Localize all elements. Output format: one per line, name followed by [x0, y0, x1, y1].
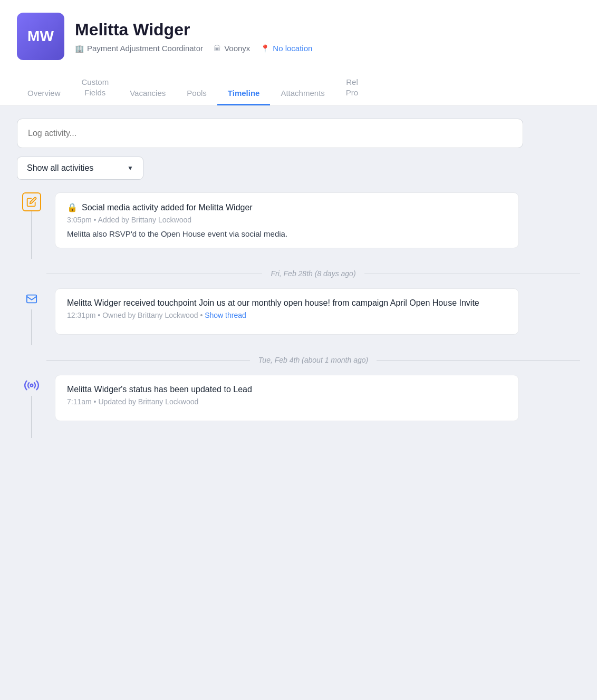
vertical-line-1: [31, 211, 32, 259]
timeline-left-3: [17, 375, 46, 438]
timeline-left-1: [17, 192, 46, 259]
separator-line-left-1: [46, 274, 262, 274]
tab-pools[interactable]: Pools: [176, 82, 217, 105]
tab-timeline[interactable]: Timeline: [217, 82, 271, 105]
location-pin-icon: 📍: [261, 44, 269, 53]
activity-title-1: 🔒 Social media activity added for Melitt…: [67, 202, 507, 212]
location-item[interactable]: 📍 No location: [261, 44, 312, 53]
briefcase-icon: 🏢: [75, 44, 84, 53]
signal-icon: [21, 375, 42, 396]
svg-point-1: [31, 384, 33, 387]
tab-label-custom-fields: CustomFields: [82, 77, 109, 97]
log-activity-input[interactable]: [17, 119, 523, 148]
activity-card-3: Melitta Widger's status has been updated…: [55, 375, 519, 421]
activity-body-1: Melitta also RSVP'd to the Open House ev…: [67, 229, 507, 238]
tab-attachments[interactable]: Attachments: [270, 82, 335, 105]
tab-label-rel-pro: RelPro: [346, 77, 358, 97]
activity-meta-2: 12:31pm • Owned by Brittany Lockwood • S…: [67, 311, 507, 319]
tab-label-overview: Overview: [27, 89, 61, 98]
date-label-1: Fri, Feb 28th (8 days ago): [271, 269, 355, 278]
page-header: MW Melitta Widger 🏢 Payment Adjustment C…: [0, 0, 597, 106]
timeline-left-2: [17, 288, 46, 345]
chevron-down-icon: ▼: [127, 164, 133, 172]
activity-card-1: 🔒 Social media activity added for Melitt…: [55, 192, 519, 248]
activity-meta-1: 3:05pm • Added by Brittany Lockwood: [67, 216, 507, 224]
date-label-2: Tue, Feb 4th (about 1 month ago): [258, 356, 368, 364]
tab-vacancies[interactable]: Vacancies: [119, 82, 176, 105]
job-title: Payment Adjustment Coordinator: [87, 44, 203, 53]
tab-label-timeline: Timeline: [228, 89, 260, 98]
vertical-line-3: [31, 396, 32, 438]
activity-title-3: Melitta Widger's status has been updated…: [67, 385, 507, 394]
company-item: 🏛 Voonyx: [214, 44, 250, 53]
tab-overview[interactable]: Overview: [17, 82, 71, 105]
activities-filter-label: Show all activities: [27, 163, 93, 173]
separator-line-right-2: [377, 360, 580, 361]
lock-icon: 🔒: [67, 202, 78, 212]
activity-card-2: Melitta Widger received touchpoint Join …: [55, 288, 519, 335]
activities-filter-dropdown[interactable]: Show all activities ▼: [17, 157, 143, 180]
location-link[interactable]: No location: [273, 44, 312, 53]
tab-label-vacancies: Vacancies: [130, 89, 166, 98]
separator-line-right-1: [364, 274, 580, 274]
date-separator-2: Tue, Feb 4th (about 1 month ago): [17, 356, 580, 364]
profile-meta: 🏢 Payment Adjustment Coordinator 🏛 Voony…: [75, 44, 312, 53]
tab-custom-fields[interactable]: CustomFields: [71, 71, 120, 105]
date-separator-1: Fri, Feb 28th (8 days ago): [17, 269, 580, 278]
navigation-tabs: Overview CustomFields Vacancies Pools Ti…: [17, 71, 580, 105]
avatar: MW: [17, 13, 64, 60]
profile-section: MW Melitta Widger 🏢 Payment Adjustment C…: [17, 13, 580, 71]
separator-line-left-2: [46, 360, 250, 361]
timeline-item-1: 🔒 Social media activity added for Melitt…: [17, 192, 580, 259]
mail-icon: [21, 288, 42, 309]
vertical-line-2: [31, 309, 32, 345]
tab-label-pools: Pools: [187, 89, 207, 98]
tab-label-attachments: Attachments: [281, 89, 324, 98]
timeline-item-2: Melitta Widger received touchpoint Join …: [17, 288, 580, 345]
avatar-initials: MW: [27, 28, 54, 45]
job-title-item: 🏢 Payment Adjustment Coordinator: [75, 44, 203, 53]
tab-rel-pro[interactable]: RelPro: [335, 71, 369, 105]
edit-icon: [22, 192, 41, 211]
profile-info: Melitta Widger 🏢 Payment Adjustment Coor…: [75, 20, 312, 53]
profile-name: Melitta Widger: [75, 20, 312, 40]
activity-title-2: Melitta Widger received touchpoint Join …: [67, 298, 507, 308]
building-icon: 🏛: [214, 44, 221, 53]
timeline-item-3: Melitta Widger's status has been updated…: [17, 375, 580, 438]
show-thread-link[interactable]: Show thread: [205, 311, 246, 319]
main-content: Show all activities ▼ 🔒 Social med: [0, 106, 597, 451]
svg-rect-0: [27, 295, 36, 303]
timeline-container: 🔒 Social media activity added for Melitt…: [17, 192, 580, 438]
activity-meta-3: 7:11am • Updated by Brittany Lockwood: [67, 397, 507, 406]
company-name: Voonyx: [224, 44, 250, 53]
